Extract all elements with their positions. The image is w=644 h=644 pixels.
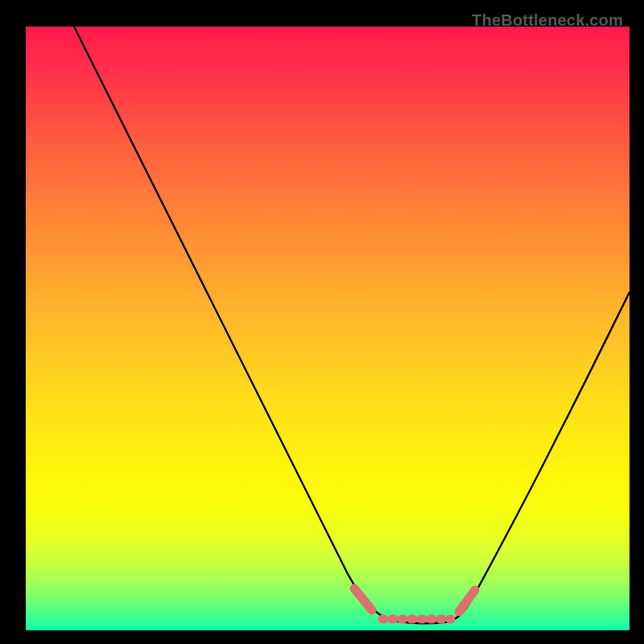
svg-line-0 — [354, 588, 372, 610]
floor-markers — [354, 588, 475, 619]
main-curve — [74, 27, 630, 623]
plot-area — [26, 27, 630, 630]
chart-frame: TheBottleneck.com — [6, 6, 638, 638]
chart-svg — [26, 27, 630, 630]
watermark-text: TheBottleneck.com — [472, 11, 623, 30]
